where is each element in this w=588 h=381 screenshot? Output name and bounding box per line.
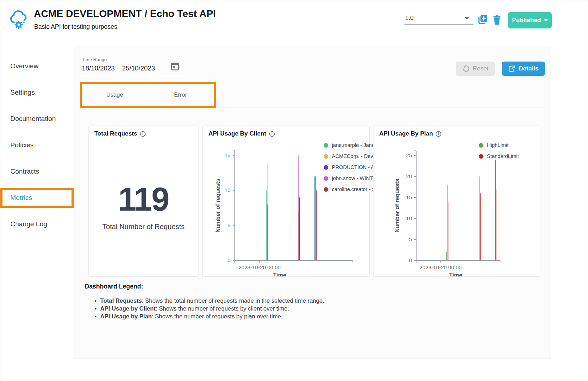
legend-label: HighLimit <box>487 142 508 148</box>
legend-dot <box>324 187 328 192</box>
tab-error[interactable]: Error <box>148 84 213 106</box>
legend-label: StandardLimit <box>487 153 519 159</box>
legend-label: ACMECorp. - Dev <box>332 153 373 159</box>
total-requests-value: 119 <box>89 183 198 216</box>
app-window: ACME DEVELOPMENT / Echo Test API Basic A… <box>0 0 588 381</box>
svg-text:10: 10 <box>224 187 231 193</box>
metrics-panel: Time Range 18/10/2023 – 25/10/2023 <box>74 47 551 359</box>
time-range-field[interactable]: Time Range 18/10/2023 – 25/10/2023 <box>82 57 185 76</box>
legend-bullet-usage-by-plan: • API Usage by Plan: Shows the number of… <box>95 313 324 319</box>
svg-text:5: 5 <box>409 236 412 242</box>
svg-text:Number of requests: Number of requests <box>394 179 400 232</box>
tab-bar: Usage Error <box>82 84 213 106</box>
dashboard-legend-list: • Total Requests: Shows the total number… <box>95 298 324 319</box>
usage-by-client-card: API Usage By Client 0510152023-10-20 00:… <box>202 126 370 277</box>
sidebar-item-policies[interactable]: Policies <box>10 141 33 149</box>
copy-plus-icon <box>476 14 489 26</box>
svg-text:2023-10-20 00:00: 2023-10-20 00:00 <box>239 264 281 270</box>
calendar-icon <box>170 61 180 71</box>
rotate-ccw-icon <box>462 65 470 73</box>
legend-dot <box>324 165 328 170</box>
trash-icon <box>491 14 504 25</box>
legend-dot <box>479 143 483 148</box>
reset-button[interactable]: Reset <box>456 62 495 76</box>
svg-text:0: 0 <box>228 257 231 263</box>
total-requests-card: Total Requests 119 Total Number of Reque… <box>88 126 199 277</box>
sidebar-item-metrics[interactable]: Metrics <box>10 194 32 202</box>
api-description: Basic API for testing purposes <box>34 23 117 31</box>
legend-item[interactable]: HighLimit <box>479 142 519 148</box>
reset-label: Reset <box>473 65 488 72</box>
legend-dot <box>324 176 328 181</box>
svg-text:5: 5 <box>228 222 231 228</box>
legend-item[interactable]: StandardLimit <box>479 153 519 159</box>
field-underline <box>82 76 185 76</box>
total-requests-caption: Total Number of Requests <box>89 223 198 231</box>
info-icon[interactable] <box>140 131 146 137</box>
delete-button[interactable] <box>491 13 504 26</box>
chart-legend: HighLimitStandardLimit <box>479 142 519 159</box>
tab-divider <box>216 107 546 107</box>
details-label: Details <box>519 65 539 72</box>
version-select-value: 1.0 <box>405 15 414 22</box>
legend-dot <box>324 154 328 159</box>
legend-bullet-total-requests: • Total Requests: Shows the total number… <box>95 298 324 304</box>
sidebar-item-documentation[interactable]: Documentation <box>10 115 56 123</box>
page-title: ACME DEVELOPMENT / Echo Test API <box>34 8 216 20</box>
chevron-down-icon <box>465 17 469 20</box>
published-status-button[interactable]: Published <box>508 12 552 28</box>
svg-text:Time: Time <box>449 272 462 276</box>
legend-dot <box>324 143 328 148</box>
sidebar-item-settings[interactable]: Settings <box>10 89 35 96</box>
select-underline <box>404 24 473 25</box>
time-range-label: Time Range <box>82 57 185 62</box>
tab-usage[interactable]: Usage <box>82 84 148 106</box>
details-button[interactable]: Details <box>502 62 545 76</box>
svg-text:20: 20 <box>406 173 412 179</box>
usage-by-plan-card: API Usage By Plan 05101520252023-10-20 0… <box>373 126 540 277</box>
svg-text:15: 15 <box>406 194 412 200</box>
svg-text:25: 25 <box>406 152 412 158</box>
sidebar-item-changelog[interactable]: Change Log <box>10 220 47 228</box>
legend-dot <box>479 154 483 159</box>
legend-bullet-usage-by-client: • API Usage by Client: Shows the number … <box>95 306 324 312</box>
card-title: Total Requests <box>94 130 137 137</box>
cloud-gear-logo-icon <box>8 9 29 30</box>
dashboard-legend-heading: Dashboard Legend: <box>85 283 143 290</box>
svg-text:15: 15 <box>224 152 231 158</box>
sidebar-item-contracts[interactable]: Contracts <box>10 168 39 175</box>
sidebar-item-overview[interactable]: Overview <box>10 62 38 70</box>
svg-text:Time: Time <box>273 272 286 276</box>
open-in-new-icon <box>508 65 515 72</box>
svg-text:10: 10 <box>406 215 412 221</box>
legend-label: caroline.creator - S... <box>332 186 380 192</box>
time-range-value: 18/10/2023 – 25/10/2023 <box>82 64 185 72</box>
chevron-down-icon <box>544 19 548 21</box>
svg-text:2023-10-20 00:00: 2023-10-20 00:00 <box>419 264 461 270</box>
version-select[interactable]: 1.0 <box>404 13 473 25</box>
new-version-button[interactable] <box>476 13 489 26</box>
svg-text:Number of requests: Number of requests <box>215 179 221 232</box>
calendar-button[interactable] <box>170 61 180 71</box>
published-label: Published <box>512 17 541 24</box>
svg-text:0: 0 <box>409 257 412 263</box>
